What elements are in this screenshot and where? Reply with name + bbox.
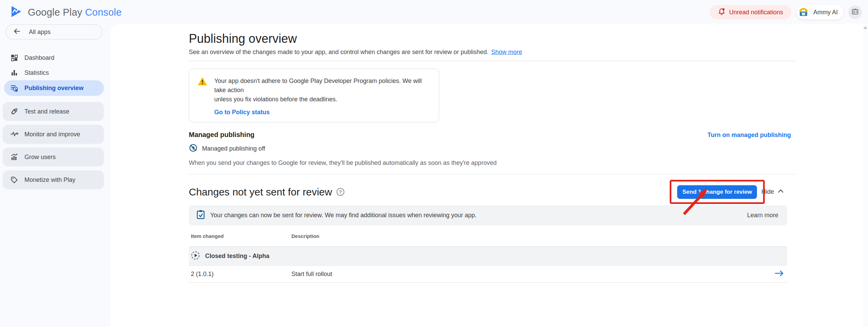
hide-section-toggle[interactable]: Hide xyxy=(761,188,784,196)
right-arrow-icon[interactable] xyxy=(774,270,784,279)
banner-text: Your changes can now be sent for review.… xyxy=(210,212,476,219)
sidebar-group-monetize-with-play[interactable]: Monetize with Play xyxy=(3,170,104,189)
id-badge-icon xyxy=(851,8,859,17)
logo-text: Google Play Console xyxy=(28,7,122,18)
managed-publishing-heading: Managed publishing xyxy=(189,131,254,139)
scrollbar[interactable] xyxy=(863,24,868,327)
sidebar-item-label: Dashboard xyxy=(24,54,54,62)
column-header-description: Description xyxy=(291,233,787,239)
account-menu[interactable]: Ammy AI xyxy=(796,5,844,20)
unread-notifications-label: Unread notifications xyxy=(729,9,783,16)
pulse-icon xyxy=(10,130,18,138)
tag-icon xyxy=(10,176,18,184)
managed-publishing-status: Managed publishing off xyxy=(202,145,265,152)
all-apps-button[interactable]: All apps xyxy=(5,24,103,39)
back-arrow-icon xyxy=(13,28,21,37)
warning-triangle-icon xyxy=(197,76,207,116)
divider xyxy=(189,174,796,174)
main-content-panel: Publishing overview See an overview of t… xyxy=(110,24,868,327)
group-row-label: Closed testing - Alpha xyxy=(205,253,269,260)
divider xyxy=(189,61,796,61)
review-ready-banner: Your changes can now be sent for review.… xyxy=(189,205,787,225)
all-apps-label: All apps xyxy=(29,29,51,36)
managed-publishing-description: When you send your changes to Google for… xyxy=(189,159,796,167)
publishing-overview-icon xyxy=(10,84,18,92)
scroll-up-arrow-icon[interactable] xyxy=(863,26,867,29)
sidebar-group-label: Monetize with Play xyxy=(24,176,75,184)
sidebar-item-label: Statistics xyxy=(24,69,49,76)
cell-description: Start full rollout xyxy=(291,271,770,278)
sidebar-group-label: Grow users xyxy=(24,154,56,161)
statistics-icon xyxy=(10,69,18,77)
help-icon[interactable]: ? xyxy=(337,188,344,196)
column-header-item-changed: Item changed xyxy=(191,233,291,239)
chevron-up-icon xyxy=(777,188,784,196)
sidebar-group-label: Monitor and improve xyxy=(24,131,80,138)
page-title: Publishing overview xyxy=(189,31,796,46)
dashboard-icon xyxy=(10,54,18,62)
sidebar-group-test-and-release[interactable]: Test and release xyxy=(3,102,104,121)
table-group-row-closed-testing-alpha[interactable]: Closed testing - Alpha xyxy=(189,246,787,266)
cell-item-changed: 2 (1.0.1) xyxy=(191,271,291,278)
sidebar-group-label: Test and release xyxy=(24,108,69,115)
user-name: Ammy AI xyxy=(813,9,843,16)
table-row[interactable]: 2 (1.0.1) Start full rollout xyxy=(189,266,787,283)
learn-more-link[interactable]: Learn more xyxy=(747,212,778,219)
play-circle-dashed-icon xyxy=(191,251,200,262)
sidebar-group-monitor-and-improve[interactable]: Monitor and improve xyxy=(3,125,104,144)
sidebar-item-publishing-overview[interactable]: Publishing overview xyxy=(4,80,104,96)
rocket-icon xyxy=(10,107,18,116)
notification-bell-icon xyxy=(718,8,725,17)
top-bar: Google Play Console Unread notifications xyxy=(0,0,868,24)
page-subtitle: See an overview of the changes made to y… xyxy=(189,49,796,56)
avatar xyxy=(797,6,810,19)
play-console-logo[interactable]: Google Play Console xyxy=(10,5,122,19)
growth-icon xyxy=(10,153,18,161)
managed-publishing-off-icon xyxy=(189,143,198,154)
sidebar-item-statistics[interactable]: Statistics xyxy=(0,65,110,80)
clipboard-check-icon xyxy=(196,210,205,221)
table-header-row: Item changed Description xyxy=(189,225,787,246)
send-change-for-review-button[interactable]: Send 1 change for review xyxy=(677,185,757,199)
sidebar-group-grow-users[interactable]: Grow users xyxy=(3,148,104,167)
go-to-policy-status-link[interactable]: Go to Policy status xyxy=(214,109,431,116)
turn-on-managed-publishing-link[interactable]: Turn on managed publishing xyxy=(707,132,791,139)
policy-warning-card: Your app doesn't adhere to Google Play D… xyxy=(189,69,439,122)
policy-warning-text: Your app doesn't adhere to Google Play D… xyxy=(214,76,431,104)
changes-table: Item changed Description Closed testing … xyxy=(189,225,787,283)
id-badge-button[interactable] xyxy=(848,5,862,19)
annotation-highlight-rectangle: Send 1 change for review xyxy=(670,180,765,204)
unread-notifications-button[interactable]: Unread notifications xyxy=(710,5,791,19)
changes-section-heading: Changes not yet sent for review xyxy=(189,186,332,198)
sidebar-item-label: Publishing overview xyxy=(24,85,84,92)
play-logo-icon xyxy=(10,5,22,19)
sidebar-item-dashboard[interactable]: Dashboard xyxy=(0,50,110,65)
sidebar: All apps Dashboard Statist xyxy=(0,24,110,327)
show-more-link[interactable]: Show more xyxy=(491,49,522,55)
